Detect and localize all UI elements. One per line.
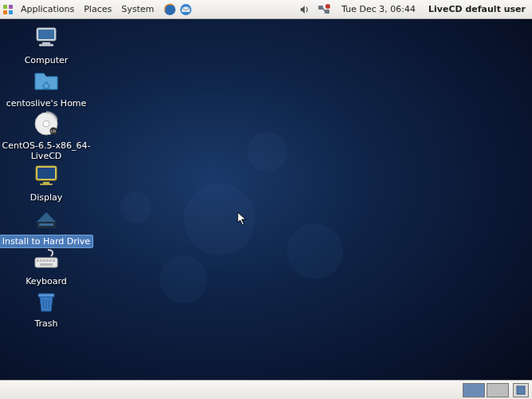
svg-rect-10 bbox=[38, 30, 54, 39]
hard-drive-install-icon bbox=[32, 204, 61, 233]
svg-rect-12 bbox=[39, 44, 53, 46]
svg-rect-28 bbox=[53, 259, 55, 262]
svg-rect-27 bbox=[49, 259, 52, 262]
svg-rect-7 bbox=[325, 10, 329, 14]
show-desktop-button[interactable] bbox=[513, 383, 529, 397]
disc-icon: CD bbox=[32, 109, 61, 138]
svg-rect-29 bbox=[40, 263, 53, 266]
svg-rect-22 bbox=[35, 258, 57, 267]
desktop-icon-label: Trash bbox=[32, 318, 60, 330]
svg-rect-25 bbox=[43, 259, 45, 262]
desktop-icon-keyboard[interactable]: Keyboard bbox=[0, 245, 94, 287]
desktop-icon-label: centoslive's Home bbox=[4, 97, 89, 109]
workspace-1[interactable] bbox=[463, 383, 485, 397]
menu-system[interactable]: System bbox=[116, 0, 159, 19]
user-menu[interactable]: LiveCD default user bbox=[422, 4, 532, 14]
svg-rect-24 bbox=[40, 259, 42, 262]
clock[interactable]: Tue Dec 3, 06:44 bbox=[335, 4, 422, 14]
svg-rect-30 bbox=[38, 294, 54, 297]
svg-rect-2 bbox=[3, 10, 7, 14]
workspace-pager[interactable] bbox=[463, 383, 509, 397]
desktop-icon-display[interactable]: Display bbox=[0, 161, 94, 203]
desktop-icon-livecd[interactable]: CD CentOS-6.5-x86_64-LiveCD bbox=[0, 109, 94, 162]
svg-rect-1 bbox=[9, 5, 13, 9]
svg-rect-18 bbox=[37, 168, 55, 179]
computer-icon bbox=[32, 24, 61, 53]
svg-rect-21 bbox=[39, 223, 53, 226]
network-icon[interactable] bbox=[316, 2, 332, 18]
svg-rect-20 bbox=[40, 184, 53, 185]
top-panel: Applications Places System Tue Dec 3, 06… bbox=[0, 0, 532, 19]
svg-rect-3 bbox=[9, 10, 13, 14]
svg-point-14 bbox=[43, 120, 49, 127]
bottom-panel bbox=[0, 380, 532, 399]
distro-logo-icon bbox=[0, 3, 16, 16]
display-icon bbox=[32, 161, 61, 190]
svg-rect-6 bbox=[318, 6, 323, 10]
mouse-cursor-icon bbox=[237, 211, 248, 228]
desktop-icon-computer[interactable]: Computer bbox=[0, 24, 94, 66]
desktop-icon-label: CentOS-6.5-x86_64-LiveCD bbox=[0, 140, 94, 162]
menu-places[interactable]: Places bbox=[79, 0, 116, 19]
keyboard-icon bbox=[32, 245, 61, 274]
volume-icon[interactable] bbox=[297, 2, 313, 18]
desktop-icon-label: Display bbox=[28, 192, 65, 203]
desktop[interactable]: Computer centoslive's Home CD CentOS-6.5… bbox=[0, 19, 532, 380]
svg-rect-19 bbox=[43, 182, 49, 184]
trash-icon bbox=[32, 287, 61, 316]
folder-home-icon bbox=[32, 67, 61, 96]
svg-point-8 bbox=[325, 4, 330, 9]
workspace-2[interactable] bbox=[487, 383, 509, 397]
desktop-icon-install[interactable]: Install to Hard Drive bbox=[0, 204, 94, 248]
desktop-icon-home[interactable]: centoslive's Home bbox=[0, 67, 94, 109]
desktop-icon-trash[interactable]: Trash bbox=[0, 287, 94, 330]
svg-rect-11 bbox=[42, 42, 50, 44]
desktop-icon-label: Keyboard bbox=[23, 275, 69, 287]
svg-rect-0 bbox=[3, 5, 7, 9]
svg-rect-34 bbox=[517, 386, 525, 394]
svg-text:CD: CD bbox=[51, 129, 57, 133]
svg-rect-23 bbox=[37, 259, 39, 262]
svg-rect-26 bbox=[46, 259, 49, 262]
desktop-icon-label: Computer bbox=[22, 54, 71, 66]
firefox-launcher-icon[interactable] bbox=[162, 2, 178, 18]
menu-applications[interactable]: Applications bbox=[16, 0, 79, 19]
thunderbird-launcher-icon[interactable] bbox=[178, 2, 194, 18]
